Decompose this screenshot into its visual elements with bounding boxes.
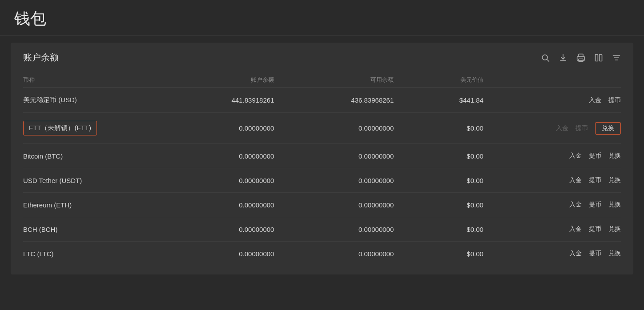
table-row: LTC (LTC)0.000000000.00000000$0.00入金提币兑换 (23, 242, 621, 266)
cell-balance-btc: 0.00000000 (155, 144, 274, 168)
withdraw-button-ftt[interactable]: 提币 (576, 124, 588, 132)
actions-container-bch: 入金提币兑换 (483, 225, 621, 233)
cell-balance-eth: 0.00000000 (155, 193, 274, 217)
table-body: 美元稳定币 (USD)441.83918261436.83968261$441.… (23, 88, 621, 266)
svg-rect-3 (577, 56, 585, 60)
exchange-button-usdt[interactable]: 兑换 (608, 176, 621, 184)
wallet-card: 账户余额 (11, 43, 633, 274)
cell-available-bch: 0.00000000 (274, 217, 394, 242)
exchange-button-bch[interactable]: 兑换 (608, 225, 621, 233)
cell-balance-ltc: 0.00000000 (155, 242, 274, 266)
cell-available-ltc: 0.00000000 (274, 242, 394, 266)
cell-currency-usd: 美元稳定币 (USD) (23, 88, 155, 113)
card-header: 账户余额 (23, 52, 621, 64)
cell-usd-usd: $441.84 (394, 88, 483, 113)
header-available: 可用余额 (274, 72, 394, 88)
exchange-button-eth[interactable]: 兑换 (608, 201, 621, 209)
cell-currency-eth: Ethereum (ETH) (23, 193, 155, 217)
deposit-button-usdt[interactable]: 入金 (569, 176, 582, 184)
exchange-button-ftt[interactable]: 兑换 (595, 122, 621, 135)
page-header: 钱包 (0, 0, 644, 36)
cell-available-ftt: 0.00000000 (274, 113, 394, 144)
withdraw-button-bch[interactable]: 提币 (589, 225, 601, 233)
withdraw-button-btc[interactable]: 提币 (589, 152, 601, 160)
header-balance: 账户余额 (155, 72, 274, 88)
cell-currency-btc: Bitcoin (BTC) (23, 144, 155, 168)
table-head: 币种 账户余额 可用余额 美元价值 (23, 72, 621, 88)
table-row: Ethereum (ETH)0.000000000.00000000$0.00入… (23, 193, 621, 217)
search-icon[interactable] (541, 53, 550, 62)
withdraw-button-eth[interactable]: 提币 (589, 201, 601, 209)
cell-available-eth: 0.00000000 (274, 193, 394, 217)
svg-rect-2 (579, 54, 583, 56)
deposit-button-usd[interactable]: 入金 (589, 96, 601, 104)
print-icon[interactable] (576, 53, 585, 62)
actions-container-usdt: 入金提币兑换 (483, 176, 621, 184)
cell-balance-usdt: 0.00000000 (155, 168, 274, 193)
header-currency: 币种 (23, 72, 155, 88)
deposit-button-eth[interactable]: 入金 (569, 201, 582, 209)
withdraw-button-ltc[interactable]: 提币 (589, 250, 601, 258)
table-row: USD Tether (USDT)0.000000000.00000000$0.… (23, 168, 621, 193)
cell-balance-bch: 0.00000000 (155, 217, 274, 242)
actions-container-btc: 入金提币兑换 (483, 152, 621, 160)
cell-usd-ftt: $0.00 (394, 113, 483, 144)
svg-rect-6 (600, 54, 602, 61)
cell-usd-btc: $0.00 (394, 144, 483, 168)
card-title: 账户余额 (23, 52, 59, 64)
deposit-button-bch[interactable]: 入金 (569, 225, 582, 233)
exchange-button-btc[interactable]: 兑换 (608, 152, 621, 160)
filter-icon[interactable] (612, 53, 621, 62)
withdraw-button-usd[interactable]: 提币 (608, 96, 621, 104)
cell-usd-eth: $0.00 (394, 193, 483, 217)
balance-table: 币种 账户余额 可用余额 美元价值 美元稳定币 (USD)441.8391826… (23, 72, 621, 266)
cell-actions-ltc: 入金提币兑换 (483, 242, 621, 266)
cell-currency-ftt: FTT（未解锁）(FTT) (23, 113, 155, 144)
columns-icon[interactable] (594, 53, 603, 62)
ftt-highlighted-cell: FTT（未解锁）(FTT) (23, 121, 97, 135)
cell-actions-bch: 入金提币兑换 (483, 217, 621, 242)
cell-actions-usdt: 入金提币兑换 (483, 168, 621, 193)
cell-balance-ftt: 0.00000000 (155, 113, 274, 144)
cell-available-usdt: 0.00000000 (274, 168, 394, 193)
table-row: 美元稳定币 (USD)441.83918261436.83968261$441.… (23, 88, 621, 113)
download-icon[interactable] (559, 53, 568, 62)
actions-container-ltc: 入金提币兑换 (483, 250, 621, 258)
cell-available-btc: 0.00000000 (274, 144, 394, 168)
cell-usd-ltc: $0.00 (394, 242, 483, 266)
cell-currency-usdt: USD Tether (USDT) (23, 168, 155, 193)
deposit-button-ftt[interactable]: 入金 (556, 124, 568, 132)
exchange-button-ltc[interactable]: 兑换 (608, 250, 621, 258)
cell-balance-usd: 441.83918261 (155, 88, 274, 113)
header-actions (483, 72, 621, 88)
cell-usd-bch: $0.00 (394, 217, 483, 242)
header-usd: 美元价值 (394, 72, 483, 88)
deposit-button-btc[interactable]: 入金 (569, 152, 582, 160)
actions-container-eth: 入金提币兑换 (483, 201, 621, 209)
cell-actions-usd: 入金提币 (483, 88, 621, 113)
toolbar-icons (541, 53, 621, 62)
withdraw-button-usdt[interactable]: 提币 (589, 176, 601, 184)
cell-actions-eth: 入金提币兑换 (483, 193, 621, 217)
cell-actions-btc: 入金提币兑换 (483, 144, 621, 168)
svg-line-1 (547, 59, 549, 61)
table-row: BCH (BCH)0.000000000.00000000$0.00入金提币兑换 (23, 217, 621, 242)
page-title: 钱包 (14, 8, 630, 30)
svg-rect-5 (596, 54, 598, 61)
cell-currency-bch: BCH (BCH) (23, 217, 155, 242)
deposit-button-ltc[interactable]: 入金 (569, 250, 582, 258)
cell-usd-usdt: $0.00 (394, 168, 483, 193)
table-header-row: 币种 账户余额 可用余额 美元价值 (23, 72, 621, 88)
cell-actions-ftt: 入金提币兑换 (483, 113, 621, 144)
table-row: Bitcoin (BTC)0.000000000.00000000$0.00入金… (23, 144, 621, 168)
actions-container-ftt: 入金提币兑换 (483, 122, 621, 135)
actions-container-usd: 入金提币 (483, 96, 621, 104)
cell-currency-ltc: LTC (LTC) (23, 242, 155, 266)
cell-available-usd: 436.83968261 (274, 88, 394, 113)
table-row: FTT（未解锁）(FTT)0.000000000.00000000$0.00入金… (23, 113, 621, 144)
